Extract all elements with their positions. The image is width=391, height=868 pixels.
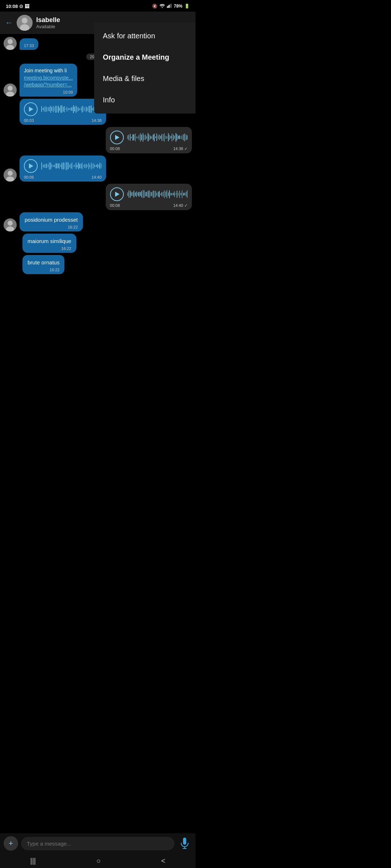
status-left: 10:08 ⊙ 🖼 — [6, 4, 29, 9]
voice-meta-2: 00:08 14:38 ✓ — [110, 146, 188, 151]
msg-text-maiorum: maiorum similique — [28, 237, 71, 245]
battery-icon: 🔋 — [184, 4, 190, 9]
message-row-text-1: posidonium prodesset 16:22 — [4, 212, 192, 231]
waveform-2 — [127, 132, 188, 142]
voice-meta-3: 00:06 14:40 — [24, 175, 102, 179]
mute-icon: 🔇 — [152, 4, 157, 9]
message-row-text-3: brute ornatus 16:22 — [4, 255, 192, 274]
voice-duration-2: 00:08 — [110, 146, 120, 151]
voice-time-3: 14:40 — [92, 175, 102, 179]
message-row-text-2: maiorum similique 16:22 — [4, 234, 192, 253]
menu-item-organize-meeting[interactable]: Organize a Meeting — [94, 47, 196, 68]
status-right: 🔇 78% 🔋 — [152, 4, 190, 9]
msg-time-text-1: 16:22 — [25, 225, 78, 229]
cast-icon: ⊙ — [19, 4, 23, 9]
svg-rect-0 — [167, 6, 168, 8]
voice-bubble-3: 00:06 14:40 — [20, 156, 106, 182]
menu-item-media-files[interactable]: Media & files — [94, 68, 196, 89]
time-display: 10:08 — [6, 4, 18, 9]
contact-avatar — [17, 15, 33, 31]
text-bubble-3: brute ornatus 16:22 — [22, 255, 64, 274]
svg-rect-3 — [170, 4, 171, 8]
waveform-4 — [127, 189, 188, 199]
svg-point-22 — [8, 221, 13, 226]
msg-time-text-3: 16:22 — [28, 268, 59, 272]
play-button-3[interactable] — [24, 159, 38, 173]
context-menu: Ask for attention Organize a Meeting Med… — [94, 22, 196, 114]
text-bubble-1: posidonium prodesset 16:22 — [20, 212, 83, 231]
voice-time-4: 14:40 ✓ — [173, 203, 188, 208]
status-bar: 10:08 ⊙ 🖼 🔇 78% 🔋 — [0, 0, 196, 12]
menu-item-ask-attention[interactable]: Ask for attention — [94, 25, 196, 47]
svg-marker-14 — [29, 107, 33, 112]
wifi-icon — [159, 4, 165, 9]
msg-avatar-1 — [4, 37, 17, 50]
image-icon: 🖼 — [25, 4, 29, 9]
voice-bubble-4: 00:08 14:40 ✓ — [106, 184, 192, 210]
message-row-voice-2: 00:08 14:38 ✓ — [4, 127, 192, 153]
voice-meta-4: 00:08 14:40 ✓ — [110, 203, 188, 208]
voice-time-1: 14:38 — [92, 118, 102, 123]
voice-bubble-1: 00:03 14:38 — [20, 99, 106, 125]
msg-time-1: 10:09 — [24, 90, 73, 94]
voice-duration-4: 00:08 — [110, 203, 120, 208]
bubble-header-time: 17:33 — [20, 38, 38, 50]
play-button-1[interactable] — [24, 102, 38, 116]
svg-marker-15 — [115, 135, 119, 140]
msg-avatar-2 — [4, 84, 17, 97]
svg-point-6 — [22, 18, 28, 24]
waveform-3 — [41, 161, 102, 171]
play-button-4[interactable] — [110, 187, 124, 201]
msg-time-header: 17:33 — [24, 43, 34, 48]
text-bubble-2: maiorum similique 16:22 — [22, 234, 76, 253]
voice-duration-3: 00:06 — [24, 175, 34, 179]
voice-bubble-2: 00:08 14:38 ✓ — [106, 127, 192, 153]
waveform-1 — [41, 104, 102, 114]
voice-meta-1: 00:03 14:38 — [24, 118, 102, 123]
svg-point-17 — [8, 171, 13, 176]
msg-time-text-2: 16:22 — [28, 246, 71, 251]
svg-marker-20 — [115, 192, 119, 197]
msg-text-1: Join meeting with limeeting.bicomsyste..… — [24, 67, 73, 89]
message-row-voice-3: 00:06 14:40 — [4, 156, 192, 182]
meeting-link[interactable]: meeting.bicomsyste.../webapp/?number=... — [24, 75, 73, 88]
msg-avatar-3 — [4, 169, 17, 182]
signal-icon — [167, 4, 172, 9]
svg-rect-2 — [169, 5, 170, 8]
svg-marker-19 — [29, 163, 33, 169]
message-row-voice-4: 00:08 14:40 ✓ — [4, 184, 192, 210]
svg-rect-1 — [168, 5, 169, 8]
play-button-2[interactable] — [110, 131, 124, 144]
svg-point-12 — [8, 86, 13, 91]
msg-avatar-4 — [4, 218, 17, 231]
voice-duration-1: 00:03 — [24, 118, 34, 123]
back-button[interactable]: ← — [5, 18, 13, 27]
msg-text-brute: brute ornatus — [28, 259, 59, 266]
battery-display: 78% — [174, 4, 182, 9]
svg-point-9 — [8, 39, 13, 44]
bubble-1: Join meeting with limeeting.bicomsyste..… — [20, 64, 77, 97]
voice-time-2: 14:38 ✓ — [173, 146, 188, 151]
svg-rect-4 — [171, 4, 172, 8]
menu-item-info[interactable]: Info — [94, 89, 196, 111]
msg-text-posidonium: posidonium prodesset — [25, 216, 78, 224]
